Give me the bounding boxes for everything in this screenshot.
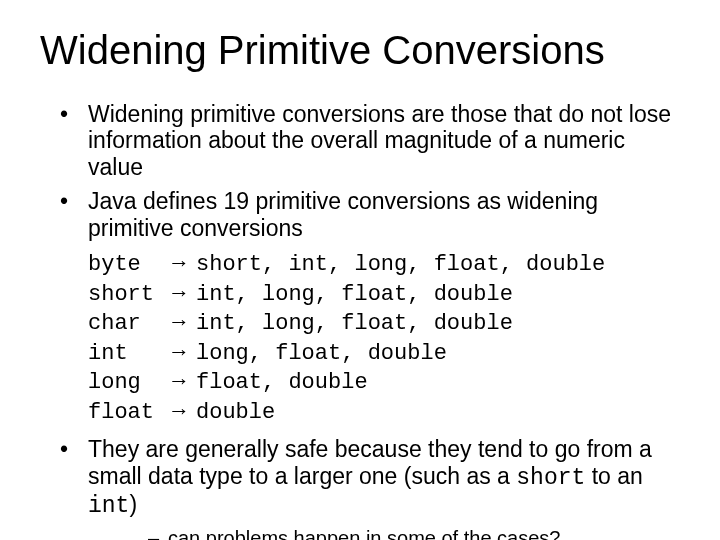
conversion-from: short — [88, 281, 168, 309]
conversion-row: short → int, long, float, double — [88, 279, 680, 309]
bullet-item: Widening primitive conversions are those… — [60, 101, 680, 180]
conversion-to: float, double — [196, 369, 680, 397]
sub-bullet-item: can problems happen in some of the cases… — [148, 526, 680, 541]
arrow-icon: → — [168, 308, 196, 336]
conversion-to: long, float, double — [196, 340, 680, 368]
code-text: short — [516, 465, 585, 491]
conversion-to: double — [196, 399, 680, 427]
conversion-to: short, int, long, float, double — [196, 251, 680, 279]
conversion-to: int, long, float, double — [196, 281, 680, 309]
conversion-row: char → int, long, float, double — [88, 308, 680, 338]
bullet-list: Widening primitive conversions are those… — [60, 101, 680, 241]
conversion-row: int → long, float, double — [88, 338, 680, 368]
code-text: int — [88, 493, 129, 519]
bullet-item: They are generally safe because they ten… — [60, 436, 680, 540]
conversion-row: float → double — [88, 397, 680, 427]
arrow-icon: → — [168, 338, 196, 366]
slide: Widening Primitive Conversions Widening … — [0, 0, 720, 540]
slide-title: Widening Primitive Conversions — [40, 28, 680, 73]
sub-bullet-list: can problems happen in some of the cases… — [148, 526, 680, 541]
conversion-from: int — [88, 340, 168, 368]
conversion-from: byte — [88, 251, 168, 279]
arrow-icon: → — [168, 367, 196, 395]
bullet-text: ) — [129, 491, 137, 517]
conversion-from: char — [88, 310, 168, 338]
conversion-from: long — [88, 369, 168, 397]
conversion-table: byte → short, int, long, float, double s… — [88, 249, 680, 426]
conversion-from: float — [88, 399, 168, 427]
arrow-icon: → — [168, 279, 196, 307]
conversion-to: int, long, float, double — [196, 310, 680, 338]
bullet-list: They are generally safe because they ten… — [60, 436, 680, 540]
conversion-row: byte → short, int, long, float, double — [88, 249, 680, 279]
arrow-icon: → — [168, 397, 196, 425]
arrow-icon: → — [168, 249, 196, 277]
conversion-row: long → float, double — [88, 367, 680, 397]
bullet-text: to an — [585, 463, 643, 489]
bullet-item: Java defines 19 primitive conversions as… — [60, 188, 680, 241]
